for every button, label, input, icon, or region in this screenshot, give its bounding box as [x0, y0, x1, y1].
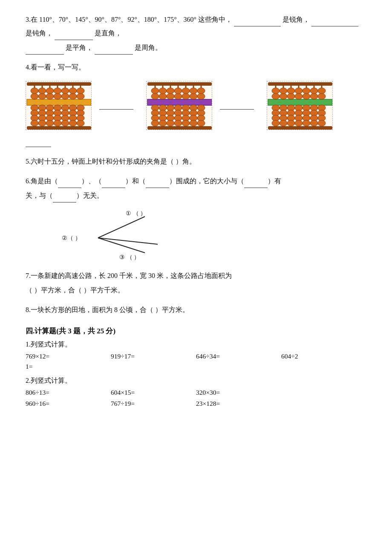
- svg-rect-0: [27, 82, 91, 86]
- svg-point-69: [151, 88, 159, 94]
- svg-point-127: [318, 88, 326, 94]
- abacus-item-2: [146, 81, 254, 130]
- svg-point-97: [151, 120, 159, 126]
- question-4: 4.看一看，写一写。: [26, 61, 366, 147]
- svg-point-72: [174, 88, 182, 94]
- calc-2-3: 320×30=: [196, 389, 281, 396]
- angle-diagram: ① （ ） ②（ ） ③ （ ）: [60, 210, 179, 261]
- svg-point-64: [167, 93, 174, 99]
- section-4-title: 四.计算题(共 3 题，共 25 分): [26, 326, 366, 336]
- svg-point-125: [303, 88, 310, 94]
- svg-point-98: [159, 120, 167, 126]
- svg-point-101: [182, 120, 190, 126]
- blank-obtuse[interactable]: [311, 19, 358, 26]
- blank-q6-5[interactable]: [53, 195, 76, 202]
- svg-point-13: [54, 93, 61, 99]
- svg-point-73: [182, 88, 190, 94]
- blank-q6-4[interactable]: [244, 180, 268, 188]
- svg-rect-1: [27, 126, 91, 130]
- svg-point-67: [190, 93, 197, 99]
- svg-point-153: [303, 120, 310, 126]
- svg-point-99: [167, 120, 174, 126]
- abacus-write-1[interactable]: [99, 102, 133, 110]
- blank-q6-1[interactable]: [58, 180, 81, 188]
- svg-point-65: [174, 93, 182, 99]
- svg-point-120: [318, 93, 326, 99]
- svg-point-74: [190, 88, 197, 94]
- blank-right[interactable]: [55, 32, 93, 40]
- svg-point-11: [38, 93, 46, 99]
- question-5: 5.六时十五分，钟面上时针和分针形成的夹角是（ ）角。: [26, 155, 366, 168]
- svg-point-126: [310, 88, 318, 94]
- svg-point-46: [38, 120, 46, 126]
- calc-row-1: 769×12= 919÷17= 646÷34= 604÷2: [26, 353, 366, 360]
- svg-point-151: [287, 120, 295, 126]
- svg-point-103: [197, 120, 205, 126]
- q5-text: 5.六时十五分，钟面上时针和分针形成的夹角是（ ）角。: [26, 155, 366, 168]
- calc-1-1: 769×12=: [26, 353, 111, 360]
- blank-q6-2[interactable]: [102, 180, 125, 188]
- svg-point-15: [69, 93, 77, 99]
- svg-point-119: [310, 93, 318, 99]
- svg-point-70: [159, 88, 167, 94]
- svg-point-115: [280, 93, 287, 99]
- svg-point-71: [167, 88, 174, 94]
- calc-1-2: 919÷17=: [111, 353, 196, 360]
- svg-point-51: [77, 120, 84, 126]
- blank-q6-3[interactable]: [146, 180, 169, 188]
- q6-line1: 6.角是由（）、（）和（）围成的，它的大小与（）有: [26, 174, 366, 188]
- svg-point-47: [46, 120, 54, 126]
- calc-3-3: 23×128=: [196, 400, 281, 408]
- svg-rect-113: [268, 99, 332, 105]
- question-6: 6.角是由（）、（）和（）围成的，它的大小与（）有 关，与（）无关。: [26, 174, 366, 202]
- sub-q1: 1.列竖式计算。: [26, 340, 366, 349]
- question-8: 8.一块长方形的田地，面积为 8 公顷，合（ ）平方米。: [26, 303, 366, 317]
- svg-rect-61: [147, 99, 212, 105]
- calc-row-3: 960÷16= 767÷19= 23×128=: [26, 400, 366, 408]
- abacus-write-line-bottom[interactable]: [26, 139, 51, 147]
- abacus-image-2: [146, 81, 212, 130]
- abacus-item-1: [26, 81, 133, 130]
- svg-point-23: [77, 88, 84, 94]
- blank-full[interactable]: [95, 47, 133, 55]
- svg-point-68: [197, 93, 205, 99]
- calc-2-2: 604×15=: [111, 389, 196, 396]
- svg-rect-52: [147, 82, 212, 86]
- svg-point-75: [197, 88, 205, 94]
- svg-point-117: [295, 93, 303, 99]
- svg-point-10: [31, 93, 38, 99]
- blank-acute[interactable]: [234, 19, 281, 26]
- svg-point-45: [31, 120, 38, 126]
- svg-point-118: [303, 93, 310, 99]
- svg-point-17: [31, 88, 38, 94]
- abacus-item-3: [267, 81, 333, 130]
- svg-point-48: [54, 120, 61, 126]
- q3-line1: 3.在 110°、70°、145°、90°、87°、92°、180°、175°、…: [26, 13, 366, 40]
- svg-point-63: [159, 93, 167, 99]
- svg-text:②（  ）: ②（ ）: [62, 235, 81, 241]
- abacus-write-2[interactable]: [220, 102, 254, 110]
- section-4: 四.计算题(共 3 题，共 25 分) 1.列竖式计算。 769×12= 919…: [26, 326, 366, 408]
- svg-point-122: [280, 88, 287, 94]
- calc-1-4: 604÷2: [281, 353, 366, 360]
- svg-text:③ （   ）: ③ （ ）: [119, 254, 140, 260]
- svg-point-124: [295, 88, 303, 94]
- q3-line2: 是平角， 是周角。: [26, 41, 366, 55]
- svg-point-150: [280, 120, 287, 126]
- svg-point-100: [174, 120, 182, 126]
- blank-flat[interactable]: [26, 47, 64, 55]
- svg-point-152: [295, 120, 303, 126]
- calc-1-3: 646÷34=: [196, 353, 281, 360]
- svg-text:① （   ）: ① （ ）: [126, 210, 146, 217]
- svg-point-22: [69, 88, 77, 94]
- svg-point-116: [287, 93, 295, 99]
- svg-rect-105: [268, 126, 332, 130]
- svg-point-114: [272, 93, 280, 99]
- svg-point-12: [46, 93, 54, 99]
- svg-point-149: [272, 120, 280, 126]
- abacus-row: [26, 81, 366, 130]
- calc-3-2: 767÷19=: [111, 400, 196, 408]
- sub-q2: 2.列竖式计算。: [26, 376, 366, 385]
- svg-point-154: [310, 120, 318, 126]
- question-3: 3.在 110°、70°、145°、90°、87°、92°、180°、175°、…: [26, 13, 366, 55]
